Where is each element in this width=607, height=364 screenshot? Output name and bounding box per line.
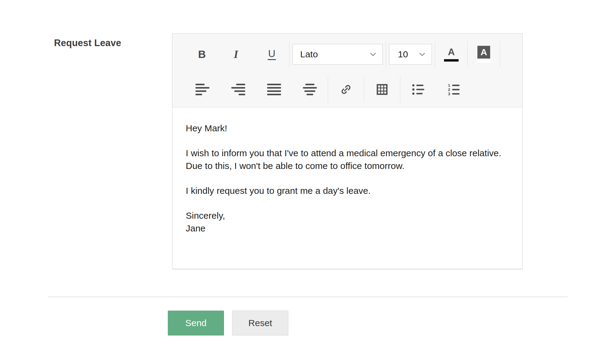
bullet-list-button[interactable] (409, 82, 427, 97)
underline-button[interactable]: U (265, 47, 279, 62)
font-size-value: 10 (398, 49, 408, 59)
align-right-icon (231, 84, 245, 95)
bold-button[interactable]: B (196, 47, 208, 62)
italic-button[interactable]: I (231, 47, 242, 62)
chevron-down-icon (369, 50, 377, 58)
bullet-list-icon (412, 83, 425, 96)
toolbar-divider (289, 41, 290, 67)
field-label: Request Leave (54, 38, 121, 49)
toolbar-row-paragraph: 1 2 3 (185, 72, 522, 107)
text-color-swatch (444, 59, 459, 62)
reset-button[interactable]: Reset (232, 311, 288, 335)
chevron-down-icon (418, 50, 426, 58)
justify-icon (267, 84, 281, 95)
font-family-dropdown[interactable]: Lato (293, 44, 383, 65)
link-icon (339, 83, 353, 96)
table-icon (375, 83, 389, 96)
insert-link-button[interactable] (337, 82, 355, 97)
editor-content[interactable]: Hey Mark! I wish to inform you that I've… (172, 107, 522, 269)
italic-icon: I (234, 48, 240, 61)
align-center-button[interactable] (300, 83, 319, 96)
numbered-list-button[interactable]: 1 2 3 (445, 82, 463, 97)
toolbar-divider (500, 41, 500, 67)
align-left-icon (195, 84, 209, 95)
text-color-button[interactable]: A (442, 46, 461, 63)
body-paragraph: I wish to inform you that I've to attend… (186, 147, 509, 172)
toolbar-divider (386, 41, 386, 67)
insert-table-button[interactable] (373, 82, 391, 97)
svg-text:2: 2 (448, 87, 450, 92)
signature-line: Jane (186, 222, 509, 235)
bold-icon: B (198, 48, 206, 60)
background-color-button[interactable]: A (474, 45, 493, 64)
request-paragraph: I kindly request you to grant me a day's… (186, 184, 509, 197)
align-right-button[interactable] (229, 83, 248, 96)
font-size-dropdown[interactable]: 10 (389, 44, 432, 65)
editor-toolbar: B I U Lato (172, 34, 522, 107)
background-color-swatch (476, 60, 491, 63)
toolbar-row-formatting: B I U Lato (185, 37, 522, 72)
closing-line: Sincerely, (186, 209, 509, 222)
font-family-value: Lato (300, 49, 318, 59)
request-leave-form: Request Leave B I U (0, 0, 607, 364)
justify-button[interactable] (265, 83, 283, 96)
background-color-icon: A (477, 46, 490, 59)
numbered-list-icon: 1 2 3 (447, 83, 461, 96)
align-left-button[interactable] (193, 83, 212, 96)
svg-text:1: 1 (448, 83, 450, 88)
greeting-line: Hey Mark! (186, 122, 509, 135)
svg-text:3: 3 (448, 92, 450, 96)
align-center-icon (303, 84, 317, 95)
send-button[interactable]: Send (168, 311, 224, 335)
underline-icon: U (268, 49, 276, 60)
rich-text-editor: B I U Lato (172, 33, 523, 269)
section-divider (48, 296, 568, 297)
text-color-icon: A (448, 47, 455, 57)
